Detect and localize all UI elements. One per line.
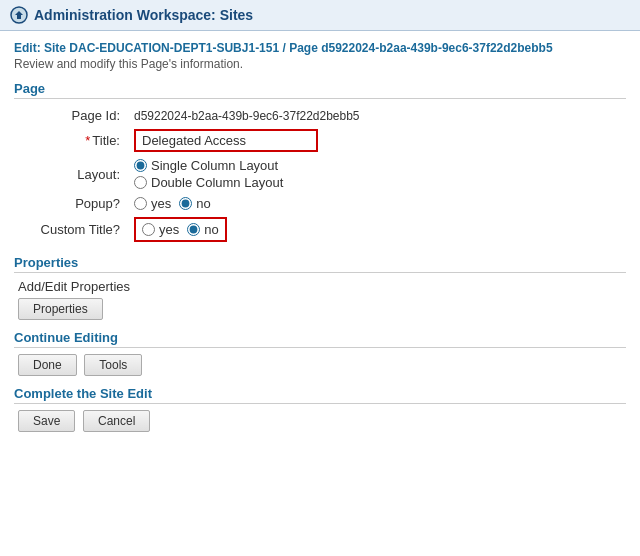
- title-field-cell: [128, 126, 630, 155]
- add-edit-properties-label: Add/Edit Properties: [18, 279, 626, 294]
- popup-yes-radio[interactable]: [134, 197, 147, 210]
- section-continue-editing: Continue Editing: [14, 330, 626, 348]
- section-page: Page: [14, 81, 626, 99]
- title-row: *Title:: [18, 126, 630, 155]
- continue-editing-button-group: Done Tools: [18, 354, 626, 376]
- layout-single-label: Single Column Layout: [151, 158, 278, 173]
- popup-label: Popup?: [18, 193, 128, 214]
- popup-no-label: no: [196, 196, 210, 211]
- layout-double-radio[interactable]: [134, 176, 147, 189]
- title-input[interactable]: [134, 129, 318, 152]
- properties-button[interactable]: Properties: [18, 298, 103, 320]
- layout-double-label: Double Column Layout: [151, 175, 283, 190]
- custom-title-no-radio[interactable]: [187, 223, 200, 236]
- required-star: *: [85, 133, 90, 148]
- popup-row: Popup? yes no: [18, 193, 630, 214]
- popup-radio-group: yes no: [134, 196, 624, 211]
- custom-title-row: Custom Title? yes no: [18, 214, 630, 245]
- title-label: *Title:: [18, 126, 128, 155]
- custom-title-yes-label: yes: [159, 222, 179, 237]
- done-button[interactable]: Done: [18, 354, 77, 376]
- layout-single-option[interactable]: Single Column Layout: [134, 158, 624, 173]
- page-id-row: Page Id: d5922024-b2aa-439b-9ec6-37f22d2…: [18, 105, 630, 126]
- custom-title-yes-radio[interactable]: [142, 223, 155, 236]
- page-form: Page Id: d5922024-b2aa-439b-9ec6-37f22d2…: [18, 105, 630, 245]
- popup-yes-option[interactable]: yes: [134, 196, 171, 211]
- layout-double-option[interactable]: Double Column Layout: [134, 175, 624, 190]
- custom-title-box: yes no: [134, 217, 227, 242]
- page-id-value: d5922024-b2aa-439b-9ec6-37f22d2bebb5: [128, 105, 630, 126]
- custom-title-options: yes no: [128, 214, 630, 245]
- layout-options: Single Column Layout Double Column Layou…: [128, 155, 630, 193]
- header: Administration Workspace: Sites: [0, 0, 640, 31]
- complete-site-edit-button-group: Save Cancel: [18, 410, 626, 432]
- main-content: Edit: Site DAC-EDUCATION-DEPT1-SUBJ1-151…: [0, 31, 640, 452]
- header-title: Administration Workspace: Sites: [34, 7, 253, 23]
- custom-title-yes-option[interactable]: yes: [142, 222, 179, 237]
- section-properties: Properties: [14, 255, 626, 273]
- popup-no-option[interactable]: no: [179, 196, 210, 211]
- edit-description: Review and modify this Page's informatio…: [14, 57, 626, 71]
- properties-button-group: Properties: [18, 298, 626, 320]
- edit-path: Edit: Site DAC-EDUCATION-DEPT1-SUBJ1-151…: [14, 41, 626, 55]
- custom-title-no-option[interactable]: no: [187, 222, 218, 237]
- popup-no-radio[interactable]: [179, 197, 192, 210]
- layout-label: Layout:: [18, 155, 128, 193]
- page-id-label: Page Id:: [18, 105, 128, 126]
- tools-button[interactable]: Tools: [84, 354, 142, 376]
- layout-single-radio[interactable]: [134, 159, 147, 172]
- cancel-button[interactable]: Cancel: [83, 410, 150, 432]
- layout-radio-group: Single Column Layout Double Column Layou…: [134, 158, 624, 190]
- popup-options: yes no: [128, 193, 630, 214]
- save-button[interactable]: Save: [18, 410, 75, 432]
- popup-yes-label: yes: [151, 196, 171, 211]
- admin-workspace-icon: [10, 6, 28, 24]
- custom-title-label: Custom Title?: [18, 214, 128, 245]
- section-complete-site-edit: Complete the Site Edit: [14, 386, 626, 404]
- layout-row: Layout: Single Column Layout Double Colu…: [18, 155, 630, 193]
- custom-title-no-label: no: [204, 222, 218, 237]
